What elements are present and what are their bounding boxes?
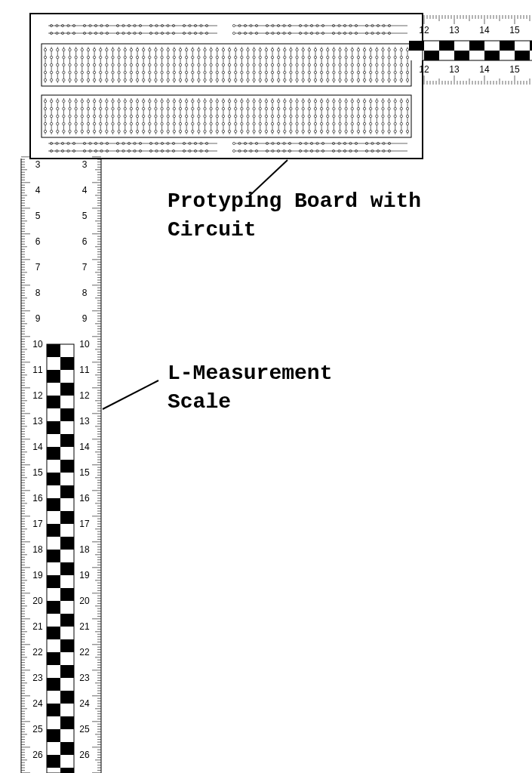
svg-point-373: [314, 63, 316, 66]
svg-point-591: [167, 122, 169, 125]
svg-point-603: [179, 122, 181, 125]
svg-rect-1330: [47, 562, 60, 575]
svg-point-415: [357, 63, 359, 66]
svg-point-489: [63, 122, 65, 125]
svg-rect-1323: [60, 511, 74, 524]
svg-point-276: [216, 56, 218, 58]
svg-point-187: [124, 63, 126, 66]
svg-point-141: [75, 79, 77, 81]
svg-point-678: [259, 100, 261, 102]
svg-point-476: [50, 115, 52, 117]
svg-point-140: [75, 71, 77, 73]
svg-rect-981: [484, 41, 500, 51]
label-l-scale: L-MeasurementScale: [168, 359, 484, 417]
svg-point-227: [167, 48, 169, 51]
svg-point-724: [302, 130, 304, 132]
svg-point-159: [93, 79, 95, 81]
svg-point-492: [69, 100, 71, 102]
svg-point-482: [57, 115, 59, 117]
svg-point-257: [198, 48, 200, 51]
svg-point-786: [369, 100, 371, 102]
svg-text:6: 6: [82, 236, 88, 247]
svg-point-349: [290, 63, 292, 66]
svg-point-474: [50, 100, 52, 102]
svg-point-327: [265, 79, 267, 81]
svg-point-793: [376, 107, 378, 109]
svg-rect-1363: [60, 768, 74, 773]
svg-point-429: [369, 79, 371, 81]
svg-point-771: [351, 122, 353, 125]
svg-point-278: [216, 71, 218, 73]
svg-text:9: 9: [82, 313, 88, 324]
svg-point-153: [87, 79, 89, 81]
svg-point-483: [57, 122, 59, 125]
svg-point-395: [339, 48, 341, 51]
svg-text:15: 15: [509, 64, 520, 75]
svg-point-814: [394, 130, 396, 132]
svg-point-174: [112, 56, 114, 58]
svg-point-193: [130, 63, 132, 66]
svg-text:17: 17: [32, 519, 43, 529]
svg-point-763: [345, 107, 347, 109]
svg-point-377: [320, 48, 322, 51]
svg-point-490: [63, 130, 65, 132]
svg-point-620: [198, 115, 200, 117]
svg-point-245: [185, 48, 187, 51]
svg-point-326: [265, 71, 267, 73]
svg-point-541: [118, 107, 120, 109]
svg-text:23: 23: [79, 673, 90, 683]
svg-point-715: [296, 107, 298, 109]
svg-point-674: [253, 115, 255, 117]
svg-point-637: [216, 107, 218, 109]
svg-point-499: [75, 107, 77, 109]
svg-rect-1305: [60, 396, 74, 408]
svg-point-753: [333, 122, 335, 125]
svg-point-414: [357, 56, 359, 58]
svg-point-524: [100, 115, 102, 117]
svg-point-680: [259, 115, 261, 117]
svg-point-818: [400, 115, 402, 117]
terminal-strip-top: [44, 47, 408, 83]
svg-rect-1331: [60, 562, 74, 575]
svg-point-369: [308, 79, 310, 81]
svg-point-562: [136, 130, 138, 132]
svg-rect-1356: [47, 729, 60, 742]
ruler-h-numbers-bottom: 12131415: [419, 64, 520, 75]
svg-point-573: [149, 122, 151, 125]
svg-text:14: 14: [79, 442, 90, 452]
svg-rect-1358: [47, 742, 60, 755]
svg-point-252: [192, 56, 194, 58]
svg-point-806: [388, 115, 390, 117]
svg-point-338: [277, 71, 279, 73]
svg-rect-1341: [60, 627, 74, 639]
svg-point-481: [57, 107, 59, 109]
svg-point-561: [136, 122, 138, 125]
svg-point-387: [327, 79, 329, 81]
svg-point-135: [69, 79, 71, 81]
svg-point-505: [81, 107, 83, 109]
svg-point-546: [124, 100, 126, 102]
svg-point-408: [351, 56, 353, 58]
svg-point-379: [320, 63, 322, 66]
svg-point-410: [351, 71, 353, 73]
svg-rect-971: [409, 41, 424, 51]
svg-point-309: [247, 79, 249, 81]
svg-point-125: [63, 48, 65, 51]
svg-point-493: [69, 107, 71, 109]
svg-point-744: [327, 100, 329, 102]
svg-point-741: [320, 122, 322, 125]
svg-point-614: [192, 115, 194, 117]
svg-point-568: [142, 130, 144, 132]
svg-point-609: [185, 122, 187, 125]
svg-point-618: [198, 100, 200, 102]
svg-point-463: [406, 63, 408, 66]
svg-point-199: [136, 63, 138, 66]
svg-point-602: [179, 115, 181, 117]
svg-point-878: [232, 149, 235, 152]
svg-point-330: [271, 56, 273, 58]
svg-point-726: [308, 100, 310, 102]
svg-point-335: [277, 48, 279, 51]
svg-point-236: [173, 71, 175, 73]
svg-point-201: [136, 79, 138, 81]
svg-point-668: [247, 115, 249, 117]
